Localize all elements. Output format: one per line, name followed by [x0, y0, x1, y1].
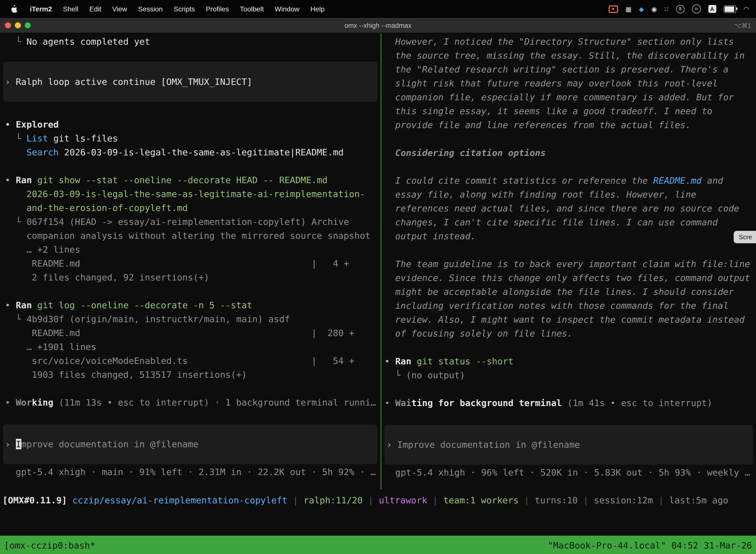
terminal-line: the "Related research writing" section i… — [381, 63, 756, 76]
terminal-line: might be acceptable alongside the file l… — [381, 285, 756, 299]
window-title: omx --xhigh --madmax — [0, 21, 756, 29]
terminal-line: README.md | 280 + — [0, 326, 380, 340]
menu-item-iterm2[interactable]: iTerm2 — [24, 5, 58, 13]
prompt-input[interactable]: › Improve documentation in @filename — [384, 425, 753, 465]
pane-right[interactable]: However, I noticed the "Directory Struct… — [381, 33, 756, 490]
terminal-line: this single essay, it seems like a good … — [381, 104, 756, 118]
terminal-line: └ (no output) — [381, 368, 756, 382]
terminal-line: • Ran git status --short — [381, 354, 756, 368]
thinking-heading: Considering citation options — [381, 146, 756, 160]
terminal-line: output instead. — [381, 229, 756, 243]
terminal-line: └ No agents completed yet — [0, 35, 380, 49]
terminal-line: including verification notes with those … — [381, 299, 756, 313]
terminal-line: and-the-erosion-of-copyleft.md — [0, 201, 380, 215]
terminal-line: companion file, especially if more comme… — [381, 90, 756, 104]
window-shortcut: ⌥⌘1 — [734, 21, 751, 29]
terminal-line: README.md | 4 + — [0, 257, 380, 271]
terminal-line: src/voice/voiceModeEnabled.ts | 54 + — [0, 354, 380, 368]
terminal-line: evidence. Since this change only affects… — [381, 271, 756, 285]
blank-line — [381, 132, 756, 146]
terminal-line: of focusing solely on file lines. — [381, 327, 756, 340]
blank-line — [0, 284, 380, 298]
model-status-line: gpt-5.4 xhigh · 96% left · 520K in · 5.8… — [381, 466, 756, 480]
prompt-input[interactable]: › Improve documentation in @filename — [3, 425, 378, 464]
blank-line — [0, 159, 380, 173]
screen-share-notification[interactable]: Scre — [734, 231, 756, 243]
input-source-icon[interactable]: A — [708, 5, 716, 13]
screen-recording-indicator[interactable] — [609, 5, 618, 13]
pane-left[interactable]: └ No agents completed yet› Ralph loop ac… — [0, 33, 381, 490]
blank-line — [0, 382, 380, 396]
terminal-line: the source tree, missing the essay. Stil… — [381, 49, 756, 63]
tmux-session-label[interactable]: [omx-cczip0:bash* — [4, 540, 95, 550]
terminal-line: 2 files changed, 92 insertions(+) — [0, 271, 380, 284]
terminal-line: • Ran git log --oneline --decorate -n 5 … — [0, 298, 380, 312]
menu-item-window[interactable]: Window — [269, 5, 305, 13]
terminal-line: … +1901 lines — [0, 340, 380, 354]
terminal-line: provide file and line references from th… — [381, 118, 756, 132]
terminal-line: 1903 files changed, 513517 insertions(+) — [0, 368, 380, 382]
wifi-icon[interactable]: ◠ — [743, 6, 749, 12]
macos-screen: iTerm2ShellEditViewSessionScriptsProfile… — [0, 0, 756, 554]
tmux-status-bar: [omx-cczip0:bash* "MacBook-Pro-44.local"… — [0, 536, 756, 554]
blue-app-icon[interactable]: ◆ — [639, 6, 644, 12]
blank-line — [381, 340, 756, 354]
omx-status-line: [OMX#0.11.9] cczip/essay/ai-reimplementa… — [0, 493, 756, 507]
dark-circle-app-icon[interactable]: ◉ — [651, 6, 657, 12]
apple-menu-icon[interactable] — [7, 5, 21, 13]
blank-line — [381, 160, 756, 174]
terminal-line: slight risk that future readers may over… — [381, 76, 756, 90]
screen-share-notification-label: Scre — [739, 233, 752, 241]
blank-line — [381, 382, 756, 396]
menu-item-edit[interactable]: Edit — [84, 5, 107, 13]
menu-item-view[interactable]: View — [107, 5, 132, 13]
menu-item-session[interactable]: Session — [132, 5, 168, 13]
key-icon[interactable]: 8 — [676, 5, 684, 13]
terminal-line: 2026-03-09-is-legal-the-same-as-legitima… — [0, 187, 380, 201]
tmux-host-clock: "MacBook-Pro-44.local" 04:52 31-Mar-26 — [548, 540, 752, 550]
menu-item-scripts[interactable]: Scripts — [168, 5, 200, 13]
menu-item-help[interactable]: Help — [305, 5, 330, 13]
terminal-line: changes, I can't cite specific file line… — [381, 215, 756, 229]
terminal-line: • Explored — [0, 118, 380, 131]
terminal-line: └ List git ls-files — [0, 131, 380, 146]
menu-item-shell[interactable]: Shell — [58, 5, 84, 13]
menu-item-toolbelt[interactable]: Toolbelt — [234, 5, 269, 13]
terminal[interactable]: └ No agents completed yet› Ralph loop ac… — [0, 33, 756, 536]
waiting-status-line: • Waiting for background terminal (1m 41… — [381, 396, 756, 410]
terminal-line: └ 4b9d30f (origin/main, instructkr/main,… — [0, 312, 380, 326]
dots-grid-icon[interactable]: ∷ — [665, 6, 669, 12]
keyboard-icon[interactable]: ▦ — [625, 6, 631, 12]
battery-icon[interactable] — [723, 5, 736, 13]
menu-item-profiles[interactable]: Profiles — [200, 5, 234, 13]
terminal-line: companion analysis without altering the … — [0, 229, 380, 243]
gauge-icon[interactable]: .61 — [692, 4, 701, 13]
menu-bar: iTerm2ShellEditViewSessionScriptsProfile… — [0, 0, 756, 18]
working-status-line: • Working (11m 13s • esc to interrupt) ·… — [0, 396, 380, 409]
blank-line — [381, 243, 756, 257]
terminal-line: • Ran git show --stat --oneline --decora… — [0, 173, 380, 187]
tmux-panes: └ No agents completed yet› Ralph loop ac… — [0, 33, 756, 490]
menu-bar-left: iTerm2ShellEditViewSessionScriptsProfile… — [0, 4, 330, 13]
menu-bar-status-icons: ▦◆◉∷8.61A◠ — [609, 4, 756, 13]
menu-items: iTerm2ShellEditViewSessionScriptsProfile… — [24, 4, 330, 13]
terminal-line: Search 2026-03-09-is-legal-the-same-as-l… — [0, 146, 380, 159]
ralph-loop-banner: › Ralph loop active continue [OMX_TMUX_I… — [3, 62, 378, 102]
terminal-line: review. Also, I might want to inspect th… — [381, 313, 756, 327]
terminal-line: └ 067f154 (HEAD -> essay/ai-reimplementa… — [0, 215, 380, 229]
terminal-line: essay file, along with finding root file… — [381, 188, 756, 202]
model-status-line: gpt-5.4 xhigh · main · 91% left · 2.31M … — [0, 465, 380, 479]
screenshot-root: iTerm2ShellEditViewSessionScriptsProfile… — [0, 0, 756, 554]
terminal-line: The team guideline is to back every impo… — [381, 257, 756, 271]
terminal-line: … +2 lines — [0, 243, 380, 257]
terminal-line: I could cite commit statistics or refere… — [381, 174, 756, 188]
title-bar[interactable]: omx --xhigh --madmax ⌥⌘1 — [0, 18, 756, 33]
terminal-line: However, I noticed the "Directory Struct… — [381, 35, 756, 49]
terminal-line: references need actual files, and since … — [381, 202, 756, 215]
